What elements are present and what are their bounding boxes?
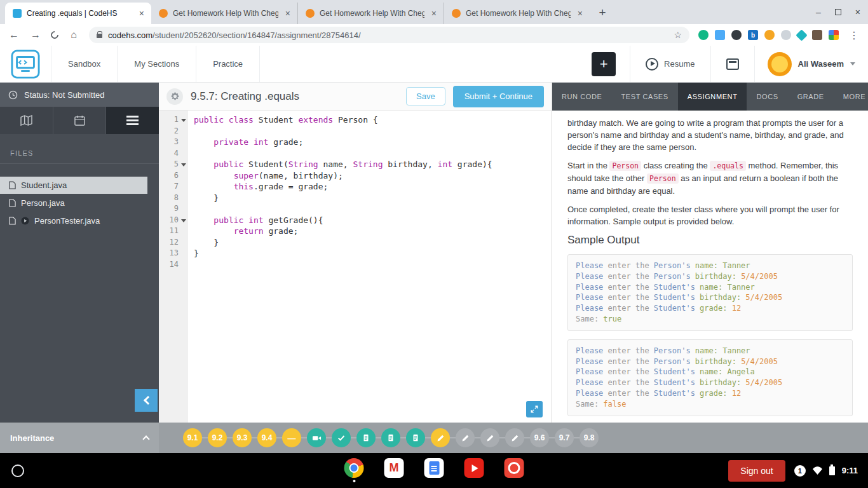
tab-title: Get Homework Help With Chegg bbox=[173, 9, 278, 18]
panel-tab-run-code[interactable]: RUN CODE bbox=[552, 83, 611, 111]
browser-tab[interactable]: Get Homework Help With Chegg× bbox=[297, 3, 444, 24]
browser-tab[interactable]: Get Homework Help With Chegg× bbox=[151, 3, 297, 24]
tab-close-icon[interactable]: × bbox=[430, 8, 438, 18]
extension-icon[interactable] bbox=[698, 30, 709, 40]
file-name: Person.java bbox=[21, 198, 65, 208]
module-item-pencil[interactable] bbox=[480, 428, 499, 447]
module-item-doc[interactable] bbox=[356, 428, 376, 447]
forward-button[interactable]: → bbox=[29, 30, 42, 40]
minimize-button[interactable]: – bbox=[816, 8, 821, 17]
extension-icon[interactable] bbox=[829, 30, 839, 40]
panel-tab-docs[interactable]: DOCS bbox=[747, 83, 787, 111]
panel-tab-test-cases[interactable]: TEST CASES bbox=[611, 83, 677, 111]
back-button[interactable]: ← bbox=[8, 30, 20, 40]
calendar-view-button[interactable] bbox=[53, 107, 107, 134]
module-item-9.3[interactable]: 9.3 bbox=[233, 428, 252, 447]
console-line: Please enter the Student's name: Angela bbox=[576, 367, 844, 377]
expand-editor-button[interactable] bbox=[526, 401, 543, 417]
module-item-9.4[interactable]: 9.4 bbox=[257, 428, 276, 447]
fold-arrow-icon[interactable] bbox=[181, 219, 186, 222]
module-item-9.6[interactable]: 9.6 bbox=[530, 428, 549, 447]
extension-icon[interactable] bbox=[781, 30, 791, 40]
calendar-button[interactable] bbox=[710, 46, 754, 82]
submit-continue-button[interactable]: Submit + Continue bbox=[453, 86, 544, 107]
collapse-sidebar-button[interactable] bbox=[135, 389, 158, 412]
module-item-video[interactable] bbox=[307, 428, 326, 447]
panel-tab-grade[interactable]: GRADE bbox=[788, 83, 834, 111]
extension-icon[interactable]: b bbox=[748, 30, 758, 40]
panel-tab-more[interactable]: MORE bbox=[834, 83, 868, 111]
gallery-icon[interactable] bbox=[505, 458, 524, 478]
screen: Creating .equals | CodeHS×Get Homework H… bbox=[0, 0, 868, 488]
extension-icon[interactable] bbox=[812, 30, 822, 40]
line-number: 7 bbox=[159, 181, 188, 193]
shelf-status-area[interactable]: 1 9:11 bbox=[794, 465, 858, 477]
tab-close-icon[interactable]: × bbox=[137, 8, 146, 18]
module-item-9.1[interactable]: 9.1 bbox=[183, 428, 202, 447]
module-item-pencil[interactable] bbox=[431, 428, 450, 447]
fold-arrow-icon[interactable] bbox=[181, 163, 186, 166]
browser-menu-icon[interactable]: ⋮ bbox=[848, 29, 860, 41]
panel-tab-assignment[interactable]: ASSIGNMENT bbox=[678, 83, 747, 111]
module-item-doc[interactable] bbox=[381, 428, 400, 447]
extension-icon[interactable] bbox=[731, 30, 742, 40]
url-bar[interactable]: codehs.com/student/2052620/section/16484… bbox=[89, 27, 689, 43]
list-view-button[interactable] bbox=[106, 107, 159, 134]
module-item-9.8[interactable]: 9.8 bbox=[580, 428, 599, 447]
new-tab-button[interactable]: + bbox=[593, 4, 611, 22]
sign-out-button[interactable]: Sign out bbox=[728, 460, 785, 482]
save-button[interactable]: Save bbox=[406, 87, 445, 105]
code-area[interactable]: 1234567891011121314 public class Student… bbox=[159, 111, 552, 423]
resume-button[interactable]: Resume bbox=[630, 46, 710, 82]
extension-icon[interactable] bbox=[764, 30, 775, 40]
codehs-logo[interactable] bbox=[11, 50, 40, 79]
module-item-9.2[interactable]: 9.2 bbox=[208, 428, 227, 447]
docs-icon[interactable] bbox=[424, 458, 444, 478]
create-button[interactable]: + bbox=[592, 52, 616, 76]
tab-close-icon[interactable]: × bbox=[576, 8, 585, 18]
secure-lock-icon[interactable] bbox=[97, 34, 102, 38]
console-output: Please enter the Person's name: TannerPl… bbox=[567, 339, 853, 416]
module-item-pencil[interactable] bbox=[456, 428, 475, 447]
code-line: return grade; bbox=[194, 226, 552, 237]
settings-gear-icon[interactable] bbox=[166, 88, 183, 105]
inheritance-bar[interactable]: Inheritance bbox=[0, 423, 159, 453]
user-menu[interactable]: Ali Waseem bbox=[754, 46, 868, 82]
module-item-9.7[interactable]: 9.7 bbox=[555, 428, 574, 447]
launcher-button[interactable] bbox=[11, 464, 24, 477]
line-number: 1 bbox=[159, 114, 188, 126]
gmail-icon[interactable]: M bbox=[384, 458, 404, 478]
file-item[interactable]: Person.java bbox=[0, 194, 147, 212]
module-item-pencil[interactable] bbox=[505, 428, 524, 447]
browser-tab[interactable]: Creating .equals | CodeHS× bbox=[5, 3, 151, 24]
reload-button[interactable] bbox=[50, 30, 60, 41]
console-line: Same: true bbox=[576, 314, 844, 325]
youtube-icon[interactable] bbox=[465, 458, 484, 478]
nav-item-sandbox[interactable]: Sandbox bbox=[51, 46, 117, 82]
line-number: 6 bbox=[159, 170, 188, 182]
console-line: Please enter the Student's grade: 12 bbox=[576, 303, 844, 314]
map-view-button[interactable] bbox=[0, 107, 53, 134]
pencil-icon bbox=[437, 434, 445, 442]
extension-icon[interactable] bbox=[796, 29, 807, 41]
youtube-icon-art bbox=[465, 458, 484, 478]
bookmark-star-icon[interactable]: ☆ bbox=[674, 30, 682, 40]
restore-button[interactable] bbox=[835, 8, 841, 17]
chrome-icon[interactable] bbox=[344, 458, 364, 482]
nav-item-my-sections[interactable]: My Sections bbox=[117, 46, 196, 82]
module-item-dash[interactable]: — bbox=[282, 428, 301, 447]
tab-close-icon[interactable]: × bbox=[283, 8, 292, 18]
file-item[interactable]: Student.java bbox=[0, 177, 147, 194]
home-button[interactable]: ⌂ bbox=[67, 30, 80, 40]
browser-tab[interactable]: Get Homework Help With Chegg× bbox=[444, 3, 590, 24]
module-item-check[interactable] bbox=[332, 428, 351, 447]
console-line: Please enter the Student's grade: 12 bbox=[576, 388, 844, 399]
fold-arrow-icon[interactable] bbox=[181, 119, 186, 122]
chevron-down-icon bbox=[850, 62, 855, 65]
codehs-favicon bbox=[13, 9, 22, 18]
nav-item-practice[interactable]: Practice bbox=[196, 46, 260, 82]
file-item[interactable]: PersonTester.java bbox=[0, 212, 147, 229]
module-item-doc[interactable] bbox=[406, 428, 425, 447]
close-button[interactable]: × bbox=[855, 8, 860, 17]
extension-icon[interactable] bbox=[715, 30, 725, 40]
